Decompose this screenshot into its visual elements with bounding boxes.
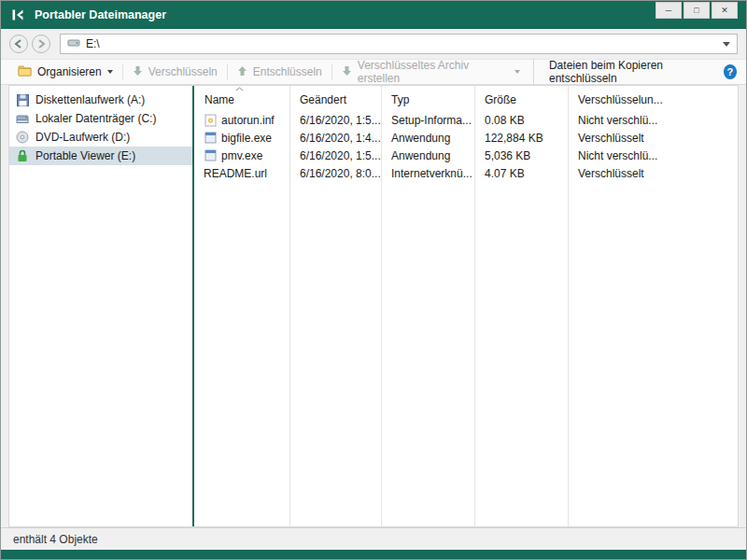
application-file-icon <box>204 132 217 144</box>
hard-drive-icon <box>15 113 30 125</box>
sidebar-item-drive-e[interactable]: Portable Viewer (E:) <box>9 147 192 165</box>
toolbar-right-group: Dateien beim Kopieren entschlüsseln ? <box>528 59 737 85</box>
help-icon[interactable]: ? <box>724 64 737 79</box>
lock-icon <box>15 149 30 162</box>
sidebar-item-label: Diskettenlaufwerk (A:) <box>35 93 145 106</box>
decrypt-button[interactable]: Entschlüsseln <box>230 60 330 84</box>
column-header-name[interactable]: Name <box>194 93 289 106</box>
file-type: Internetverknü... <box>381 167 474 180</box>
file-size: 5,036 KB <box>474 149 568 162</box>
toolbar-separator <box>331 63 332 80</box>
organize-label: Organisieren <box>37 65 102 78</box>
application-file-icon <box>204 149 217 161</box>
sort-ascending-icon <box>235 87 244 91</box>
file-name: pmv.exe <box>221 149 262 162</box>
arrow-down-icon <box>342 65 352 79</box>
app-window: Portabler Dateimanager ─ □ ✕ E:\ <box>0 0 747 560</box>
file-size: 0.08 KB <box>474 114 568 127</box>
title-bar[interactable]: Portabler Dateimanager ─ □ ✕ <box>1 1 746 29</box>
file-type: Anwendung <box>381 149 474 162</box>
forward-button[interactable] <box>32 35 50 53</box>
file-encryption: Nicht verschlü... <box>568 114 738 127</box>
arrow-up-icon <box>237 65 247 79</box>
file-encryption: Nicht verschlü... <box>568 149 738 162</box>
address-dropdown-icon[interactable] <box>723 42 730 47</box>
file-type: Setup-Informa... <box>381 114 474 127</box>
window-title: Portabler Dateimanager <box>35 8 166 21</box>
drive-sidebar: Diskettenlaufwerk (A:) Lokaler Datenträg… <box>9 86 192 526</box>
file-row-pmv[interactable]: pmv.exe 6/16/2020, 1:5... Anwendung 5,03… <box>194 147 738 164</box>
column-header-size[interactable]: Größe <box>474 93 568 106</box>
create-encrypted-archive-button[interactable]: Verschlüsseltes Archiv erstellen <box>334 60 507 84</box>
file-name: README.url <box>204 167 267 180</box>
column-header-type[interactable]: Typ <box>381 93 474 106</box>
toolbar-separator <box>227 63 228 80</box>
file-modified: 6/16/2020, 8:0... <box>289 167 381 180</box>
window-controls: ─ □ ✕ <box>655 2 738 19</box>
chevron-down-icon <box>514 70 520 74</box>
file-name-cell: README.url <box>194 167 289 180</box>
column-header-modified[interactable]: Geändert <box>289 93 381 106</box>
back-button[interactable] <box>9 35 28 53</box>
file-modified: 6/16/2020, 1:5... <box>289 114 381 127</box>
file-row-autorun[interactable]: autorun.inf 6/16/2020, 1:5... Setup-Info… <box>194 111 738 129</box>
organize-button[interactable]: Organisieren <box>10 60 120 84</box>
file-size: 122,884 KB <box>474 132 568 145</box>
sidebar-item-drive-c[interactable]: Lokaler Datenträger (C:) <box>9 109 192 128</box>
file-encryption: Verschlüsselt <box>568 167 738 180</box>
file-type: Anwendung <box>381 132 474 145</box>
sidebar-item-label: DVD-Laufwerk (D:) <box>35 131 130 144</box>
drive-icon <box>67 37 80 51</box>
sidebar-item-drive-d[interactable]: DVD-Laufwerk (D:) <box>9 128 192 147</box>
sidebar-item-label: Portable Viewer (E:) <box>35 149 135 162</box>
file-modified: 6/16/2020, 1:5... <box>289 149 381 162</box>
navigation-bar: E:\ <box>1 29 746 59</box>
file-size: 4.07 KB <box>474 167 568 180</box>
minimize-button[interactable]: ─ <box>655 2 682 19</box>
bottom-accent-strip <box>1 550 746 559</box>
decrypt-label: Entschlüsseln <box>253 65 322 78</box>
status-bar: enthält 4 Objekte <box>1 527 746 550</box>
file-modified: 6/16/2020, 1:4... <box>289 132 381 145</box>
encrypt-button[interactable]: Verschlüsseln <box>125 60 225 84</box>
encrypt-label: Verschlüsseln <box>148 65 218 78</box>
file-name-cell: pmv.exe <box>194 149 289 162</box>
address-bar[interactable]: E:\ <box>60 34 738 54</box>
main-content: Diskettenlaufwerk (A:) Lokaler Datenträg… <box>8 85 739 527</box>
maximize-button[interactable]: □ <box>684 2 710 19</box>
file-name: bigfile.exe <box>221 132 272 145</box>
file-name: autorun.inf <box>221 114 275 127</box>
file-list-panel: Name Geändert Typ Größe Verschlüsselun..… <box>194 86 738 526</box>
sidebar-item-label: Lokaler Datenträger (C:) <box>35 112 156 125</box>
toolbar: Organisieren Verschlüsseln Entschlüsseln… <box>1 59 746 85</box>
folder-icon <box>18 64 32 79</box>
file-row-readme[interactable]: README.url 6/16/2020, 8:0... Internetver… <box>194 164 738 182</box>
create-archive-label: Verschlüsseltes Archiv erstellen <box>358 59 500 85</box>
column-headers: Name Geändert Typ Größe Verschlüsselun..… <box>194 86 738 111</box>
file-encryption: Verschlüsselt <box>568 132 738 145</box>
file-name-cell: autorun.inf <box>194 114 289 127</box>
floppy-icon <box>15 94 30 106</box>
status-text: enthält 4 Objekte <box>13 533 98 546</box>
archive-dropdown-button[interactable] <box>507 60 528 84</box>
arrow-down-icon <box>133 65 143 79</box>
dvd-icon <box>15 131 30 144</box>
decrypt-on-copy-option[interactable]: Dateien beim Kopieren entschlüsseln <box>549 59 716 85</box>
file-row-bigfile[interactable]: bigfile.exe 6/16/2020, 1:4... Anwendung … <box>194 129 738 147</box>
close-button[interactable]: ✕ <box>712 2 738 19</box>
setup-file-icon <box>204 114 217 127</box>
toolbar-separator <box>122 63 123 80</box>
address-text: E:\ <box>86 37 100 50</box>
toolbar-separator <box>533 59 534 85</box>
file-name-cell: bigfile.exe <box>194 132 289 145</box>
chevron-down-icon <box>107 70 113 74</box>
sidebar-item-drive-a[interactable]: Diskettenlaufwerk (A:) <box>9 91 192 109</box>
kaspersky-logo-icon <box>10 7 27 22</box>
column-header-encryption[interactable]: Verschlüsselun... <box>568 93 738 106</box>
